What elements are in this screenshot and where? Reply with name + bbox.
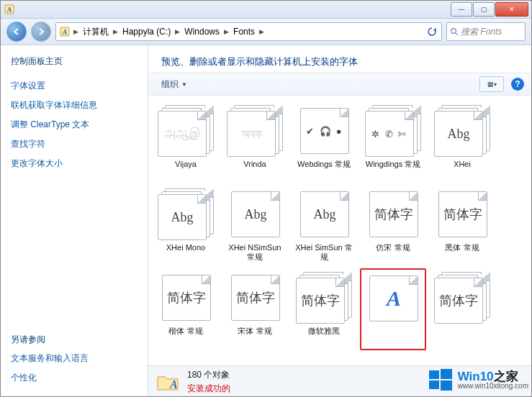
font-name-label: Vrinda bbox=[243, 160, 266, 178]
font-preview: 简体字 bbox=[439, 294, 478, 307]
svg-text:A: A bbox=[6, 6, 12, 14]
font-item[interactable]: ✲ ✆ ✄Wingdings 常规 bbox=[360, 101, 426, 182]
font-thumbnail: অবক bbox=[227, 105, 283, 157]
font-preview: Abg bbox=[314, 208, 336, 221]
chevron-right-icon[interactable]: ▶ bbox=[224, 28, 229, 35]
see-also-heading: 另请参阅 bbox=[11, 334, 137, 346]
font-item[interactable]: 简体字黑体 常规 bbox=[429, 185, 495, 265]
close-button[interactable]: ✕ bbox=[495, 2, 528, 17]
svg-rect-10 bbox=[441, 380, 452, 391]
font-item[interactable]: AbgXHei SimSun 常规 bbox=[291, 185, 357, 265]
window-controls: — ▢ ✕ bbox=[451, 2, 528, 17]
svg-text:A: A bbox=[169, 378, 178, 391]
folder-fonts-icon: A bbox=[155, 370, 180, 394]
font-preview: 简体字 bbox=[443, 208, 482, 221]
font-thumbnail: A bbox=[365, 273, 421, 324]
font-thumbnail: Abg bbox=[227, 188, 283, 240]
font-name-label: Vijaya bbox=[175, 160, 197, 178]
forward-button[interactable] bbox=[31, 22, 51, 42]
sidebar: 控制面板主页 字体设置 联机获取字体详细信息 调整 ClearType 文本 查… bbox=[1, 45, 148, 397]
font-name-label: 黑体 常规 bbox=[445, 243, 479, 262]
watermark-brand: Win10之家 bbox=[458, 370, 528, 383]
sidebar-link-personalization[interactable]: 个性化 bbox=[11, 372, 137, 384]
font-name-label: 楷体 常规 bbox=[168, 327, 202, 345]
font-thumbnail: 简体字 bbox=[227, 272, 283, 324]
sidebar-link-change-size[interactable]: 更改字体大小 bbox=[11, 158, 137, 170]
search-placeholder: 搜索 Fonts bbox=[461, 26, 502, 38]
font-preview: Abg bbox=[245, 208, 267, 221]
font-preview: ✲ ✆ ✄ bbox=[371, 129, 407, 139]
breadcrumb-segment[interactable]: Happyla (C:) bbox=[120, 24, 173, 39]
font-preview: 简体字 bbox=[236, 291, 275, 304]
chevron-right-icon[interactable]: ▶ bbox=[113, 28, 118, 35]
font-thumbnail: அஆஇ bbox=[158, 105, 214, 157]
minimize-button[interactable]: — bbox=[451, 2, 472, 17]
font-item[interactable]: 简体字宋体 常规 bbox=[222, 268, 288, 350]
font-preview: Abg bbox=[448, 127, 470, 140]
chevron-right-icon[interactable]: ▶ bbox=[73, 28, 78, 35]
refresh-button[interactable] bbox=[424, 24, 440, 40]
breadcrumb-segment[interactable]: 计算机 bbox=[80, 24, 112, 39]
font-preview: அஆஇ bbox=[164, 127, 200, 140]
breadcrumb-segment[interactable]: Windows bbox=[181, 24, 222, 39]
font-name-label: XHei Mono bbox=[166, 243, 205, 262]
svg-point-4 bbox=[451, 29, 456, 34]
font-name-label: XHei NSimSun 常规 bbox=[225, 243, 284, 262]
font-item[interactable]: அஆஇVijaya bbox=[153, 101, 219, 182]
font-thumbnail: 简体字 bbox=[434, 272, 490, 324]
control-panel-home-link[interactable]: 控制面板主页 bbox=[11, 55, 137, 68]
font-name-label: 宋体 常规 bbox=[238, 327, 271, 345]
font-thumbnail: 简体字 bbox=[158, 272, 214, 324]
navigation-bar: A ▶ 计算机 ▶ Happyla (C:) ▶ Windows ▶ Fonts… bbox=[1, 19, 531, 45]
help-button[interactable]: ? bbox=[511, 78, 524, 91]
sidebar-link-font-settings[interactable]: 字体设置 bbox=[11, 80, 137, 92]
page-title: 预览、删除或者显示和隐藏计算机上安装的字体 bbox=[148, 45, 531, 73]
font-item[interactable]: 简体字楷体 常规 bbox=[153, 268, 219, 350]
font-item[interactable]: ✔ 🎧 ●Webdings 常规 bbox=[291, 101, 357, 182]
svg-rect-7 bbox=[429, 370, 439, 379]
font-name-label: XHei bbox=[454, 160, 471, 178]
sidebar-link-find-character[interactable]: 查找字符 bbox=[11, 138, 137, 150]
chevron-down-icon: ▾ bbox=[494, 81, 497, 88]
organize-button[interactable]: 组织 ▼ bbox=[155, 76, 193, 93]
font-preview: Abg bbox=[171, 211, 194, 224]
maximize-button[interactable]: ▢ bbox=[473, 2, 495, 17]
font-item[interactable]: 简体字微软雅黑 bbox=[291, 268, 357, 350]
font-name-label: Webdings 常规 bbox=[297, 160, 351, 178]
sidebar-link-text-services[interactable]: 文本服务和输入语言 bbox=[11, 352, 137, 365]
font-item[interactable]: 简体字 bbox=[429, 268, 495, 350]
font-grid-scroll[interactable]: அஆஇVijayaঅবকVrinda✔ 🎧 ●Webdings 常规✲ ✆ ✄W… bbox=[148, 96, 531, 365]
font-item[interactable]: A bbox=[360, 268, 426, 350]
chevron-right-icon[interactable]: ▶ bbox=[259, 28, 264, 35]
fonts-icon: A bbox=[4, 4, 15, 15]
font-thumbnail: 简体字 bbox=[434, 188, 490, 240]
search-input[interactable]: 搜索 Fonts bbox=[446, 22, 526, 41]
svg-rect-9 bbox=[429, 380, 439, 389]
font-thumbnail: ✲ ✆ ✄ bbox=[365, 105, 421, 157]
chevron-down-icon: ▼ bbox=[181, 81, 187, 88]
font-item[interactable]: অবকVrinda bbox=[222, 101, 288, 182]
font-preview: অবক bbox=[241, 127, 262, 140]
breadcrumb-segment[interactable]: Fonts bbox=[230, 24, 258, 39]
back-button[interactable] bbox=[6, 22, 27, 42]
sidebar-link-cleartype[interactable]: 调整 ClearType 文本 bbox=[11, 119, 137, 131]
font-preview: A bbox=[387, 288, 401, 309]
font-item[interactable]: 简体字仿宋 常规 bbox=[360, 185, 426, 265]
font-preview: 简体字 bbox=[301, 294, 340, 307]
chevron-right-icon[interactable]: ▶ bbox=[175, 28, 180, 35]
toolbar: 组织 ▼ ▦ ▾ ? bbox=[148, 73, 531, 96]
sidebar-link-online-fonts[interactable]: 联机获取字体详细信息 bbox=[11, 99, 137, 111]
font-name-label: 仿宋 常规 bbox=[376, 243, 410, 262]
svg-rect-8 bbox=[441, 369, 452, 379]
font-item[interactable]: AbgXHei NSimSun 常规 bbox=[222, 185, 288, 265]
explorer-window: A — ▢ ✕ A ▶ 计算机 ▶ Happyla (C:) ▶ Windows… bbox=[0, 0, 532, 397]
install-status-label: 安装成功的 bbox=[187, 383, 230, 395]
view-options-button[interactable]: ▦ ▾ bbox=[479, 76, 504, 92]
watermark: Win10之家 www.win10xitong.com bbox=[426, 366, 528, 393]
font-grid: அஆஇVijayaঅবকVrinda✔ 🎧 ●Webdings 常规✲ ✆ ✄W… bbox=[153, 101, 527, 350]
address-bar[interactable]: A ▶ 计算机 ▶ Happyla (C:) ▶ Windows ▶ Fonts… bbox=[55, 22, 442, 41]
svg-line-5 bbox=[456, 33, 458, 35]
font-item[interactable]: AbgXHei Mono bbox=[153, 185, 219, 265]
object-count-label: 180 个对象 bbox=[187, 369, 230, 381]
font-item[interactable]: AbgXHei bbox=[429, 101, 495, 182]
